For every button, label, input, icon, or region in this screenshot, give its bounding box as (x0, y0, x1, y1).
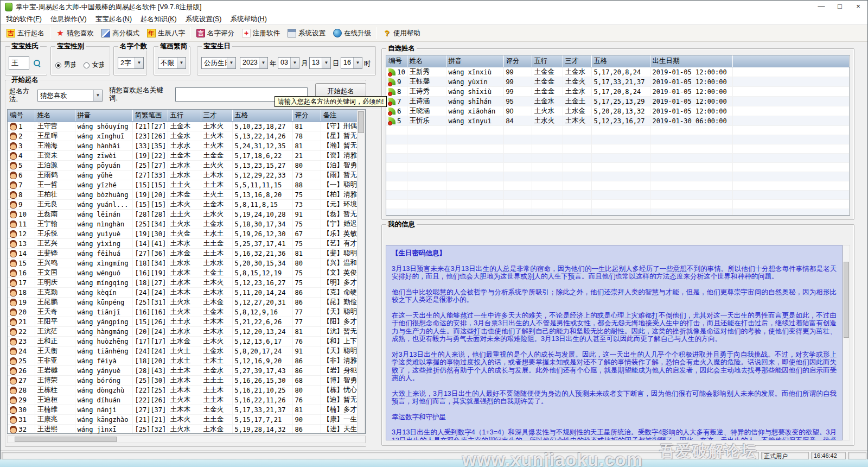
cell: 5,12,23,16,27 (232, 278, 292, 288)
name-row[interactable]: 8王柏壮wáng bòzhuàng[19][20]土木金土火土5,13,16,8… (8, 190, 357, 200)
column-header[interactable]: 简繁笔画 (132, 110, 168, 122)
name-row[interactable]: 28王栋柱wáng dòngzhù[22][25]土木木土土木5,16,21,1… (8, 386, 357, 395)
scrollbar-thumb[interactable] (15, 437, 117, 442)
column-header[interactable]: 拼音 (446, 55, 503, 67)
name-row[interactable]: 8王诗秀wáng shīxiù99土金金土金水5,17,20,8,242019-… (386, 87, 850, 97)
column-header[interactable]: 五行 (532, 55, 563, 67)
name-row[interactable]: 22王沆茫wáng hàngmáng[20][24]土水水土木水5,12,20,… (8, 327, 357, 337)
toolbar-button[interactable]: ★猜您喜欢 (52, 27, 98, 40)
name-row[interactable]: 16王文国wáng wénguó[16][19]土水木土金土5,8,15,12,… (8, 268, 357, 278)
name-row[interactable]: 23王和正wáng huòzhēng[17][17]土水金土木火5,12,13,… (8, 337, 357, 346)
name-row[interactable]: 29王迪桓wáng díhuán[22][26]土火木土土木5,16,22,11… (8, 395, 357, 405)
name-row[interactable]: 15王兴鸣wáng xìngmíng[18][34]土水水土水水5,20,30,… (8, 258, 357, 268)
name-row[interactable]: 31王康兆wáng kāngzhào[21][21]土木火土土金5,15,17,… (8, 415, 357, 425)
candidate-horizontal-scrollbar[interactable] (7, 436, 366, 443)
column-header[interactable]: 评分 (503, 55, 532, 67)
column-header[interactable]: 五格 (591, 55, 650, 67)
column-header[interactable]: 评分 (292, 110, 321, 122)
name-row[interactable]: 26王岩樾wáng yányuè[28][43]土土木土金水5,27,39,17… (8, 366, 357, 376)
menu-item[interactable]: 起名知识(K) (136, 14, 181, 25)
column-header[interactable]: 编号 (386, 55, 407, 67)
name-row[interactable]: 7王一哲wáng yīzhé[15][15]土土火土土木5,5,11,11,15… (8, 180, 357, 190)
candidate-vertical-scrollbar[interactable] (357, 110, 365, 433)
toolbar-button[interactable]: 高分模式 (98, 27, 143, 40)
name-row[interactable]: 7王诗涵wáng shīhán95土金水土金土5,17,25,13,292019… (386, 97, 850, 106)
menu-item[interactable]: 信息操作(V) (46, 14, 91, 25)
toolbar-button[interactable]: 在线升级 (329, 27, 375, 40)
toolbar-button[interactable]: 年生辰八字 (143, 27, 189, 40)
info-vertical-scrollbar[interactable] (843, 245, 850, 440)
day-select[interactable]: 13▼ (309, 57, 331, 69)
column-header[interactable]: 五行 (168, 110, 201, 122)
name-row[interactable]: 3王瀚海wáng hànhǎi[33][35]土水水土火木5,24,31,12,… (8, 141, 357, 151)
strokes-select[interactable]: 不限▼ (158, 57, 186, 69)
name-row[interactable]: 6王雨鹤wáng yǔhè[27][33]土水水土木水5,12,29,22,33… (8, 171, 357, 180)
cell: 王兴鸣 (35, 258, 75, 268)
calendar-type-select[interactable]: 公历生日▼ (201, 57, 236, 69)
name-row[interactable]: 30王楠维wáng nánjì[27][37]土木木土金火5,17,33,21,… (8, 405, 357, 415)
naming-method-select[interactable]: 猜您喜欢▼ (37, 90, 103, 102)
toolbar-button[interactable]: +注册软件 (238, 27, 284, 40)
name-row[interactable]: 5王忻乐wáng xīnyuì84土水火土木火5,12,23,16,272019… (386, 116, 850, 126)
cell: 王进熙 (35, 425, 75, 434)
column-header[interactable]: 五格 (232, 110, 292, 122)
surname-input[interactable] (9, 56, 29, 70)
menu-item[interactable]: 宝宝起名(N) (91, 14, 136, 25)
toolbar-button[interactable]: 系统设置 (284, 27, 329, 40)
name-row[interactable]: 10王磊南wáng lěinán[28][28]土土火土水火5,19,24,10… (8, 210, 357, 219)
name-row[interactable]: 11王宁翰wáng nìnghàn[25][34]土火水土金水5,18,30,1… (8, 219, 357, 229)
menu-item[interactable]: 系统帮助(H) (226, 14, 271, 25)
column-header[interactable]: 姓名 (407, 55, 446, 67)
name-row[interactable]: 25王非亚wáng fēiyà[18][20]土水土土木土5,12,16,9,2… (8, 356, 357, 366)
close-button[interactable]: × (849, 1, 867, 14)
name-row[interactable]: 12王乐悦wáng yuìyuè[19][30]土火金土水土5,19,26,12… (8, 229, 357, 239)
name-row[interactable]: 9王元良wáng yuánl...[15][15]土木火土金木5,8,11,8,… (8, 200, 357, 210)
name-row[interactable]: 13王艺兴wáng yìxìng[14][41]土木水土土金5,25,37,17… (8, 239, 357, 249)
name-row[interactable]: 4王资未wáng zīwèi[19][22]土金木土金金5,17,18,6,22… (8, 151, 357, 161)
name-row[interactable]: 32王进熙wáng jìnxī[25][32]土火水土水金5,19,28,14,… (8, 425, 357, 434)
search-icon[interactable] (34, 60, 41, 67)
maximize-button[interactable]: □ (831, 1, 849, 14)
name-row[interactable]: 5王泊源wáng pōyuán[25][27]土水水土火火5,13,23,15,… (8, 161, 357, 171)
cell: 王瀚海 (35, 141, 75, 151)
name-row[interactable]: 18王克勤wáng kèqín[24][24]土木木土木水5,11,20,14,… (8, 288, 357, 298)
name-row[interactable]: 20王天奇wáng tiānjī[16][16]土火木土金木5,8,12,9,1… (8, 307, 357, 317)
name-row[interactable]: 6王晓涵wáng xiǎohán90土火水土水金5,20,28,13,32201… (386, 106, 850, 116)
menu-item[interactable]: 我的软件(F) (2, 14, 46, 25)
name-row[interactable]: 24王天衡wáng tiānhéng[24][24]土火土土金水5,8,20,1… (8, 346, 357, 356)
column-header[interactable]: 三才 (563, 55, 591, 67)
year-select[interactable]: 2023▼ (240, 57, 268, 69)
toolbar-button[interactable]: ?使用帮助 (379, 27, 424, 40)
toolbar-button[interactable]: 言名字评分 (193, 27, 238, 40)
gender-radio-female[interactable]: 女孩 (84, 60, 104, 70)
column-header[interactable]: 拼音 (75, 110, 132, 122)
column-header[interactable]: 备注 (321, 110, 357, 122)
cell: 75 (292, 239, 321, 249)
hour-select[interactable]: 16▼ (341, 57, 362, 69)
month-select[interactable]: 03▼ (278, 57, 299, 69)
name-row[interactable]: 27王博荣wáng bóróng[25][30]土水木土土土5,16,26,15… (8, 376, 357, 386)
name-row[interactable]: 14王斐铧wáng fěihuá[27][36]土水金土土木5,16,32,21… (8, 249, 357, 258)
column-header[interactable]: 编号 (8, 110, 35, 122)
name-row[interactable]: 17王明庆wáng míngqìng[18][27]土水木土木火5,12,23,… (8, 278, 357, 288)
cell: 土木火 (563, 116, 591, 126)
name-row[interactable]: 1王守营wáng shǒuyíng[21][27]土金木土水火5,10,23,1… (8, 122, 357, 131)
scrollbar-thumb[interactable] (358, 111, 364, 133)
column-header[interactable]: 姓名 (35, 110, 75, 122)
name-row[interactable]: 19王昆鹏wáng kūnpéng[25][31]土火水土木金5,12,27,2… (8, 298, 357, 307)
scrollbar-thumb[interactable] (844, 262, 849, 338)
cell-empty (563, 163, 591, 172)
column-header[interactable]: 出生日期 (650, 55, 732, 67)
menu-item[interactable]: 系统设置(S) (181, 14, 226, 25)
name-row[interactable]: 9王钰馨wáng yùxīn99土金金土金火5,17,33,21,372019-… (386, 77, 850, 87)
cell: [20][24] (132, 327, 168, 337)
name-row[interactable]: 10王新秀wáng xīnxiù99土金金土金水5,17,20,8,242019… (386, 67, 850, 77)
gender-radio-male[interactable]: 男孩 (55, 60, 75, 70)
name-row[interactable]: 21王阳平wáng yángpíng[15][26]土土水土木木5,21,22,… (8, 317, 357, 327)
name-count-select[interactable]: 2字▼ (118, 57, 144, 69)
minimize-button[interactable]: — (812, 1, 831, 14)
name-row[interactable]: 2王星晖wáng xīnghuī[23][26]土金水土火木5,13,22,14… (8, 131, 357, 141)
cell: [16][19] (132, 268, 168, 278)
column-header[interactable]: 三才 (201, 110, 232, 122)
toolbar-button[interactable]: 吉五行起名 (3, 27, 48, 40)
